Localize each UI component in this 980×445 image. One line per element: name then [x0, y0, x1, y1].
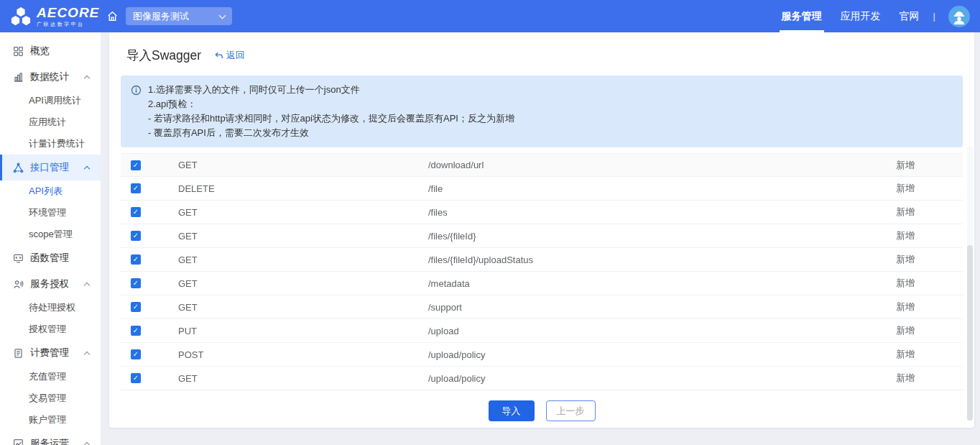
sidebar: 概览数据统计API调用统计应用统计计量计费统计接口管理API列表环境管理scop…: [0, 32, 101, 445]
row-checkbox[interactable]: ✓: [131, 373, 141, 383]
row-checkbox[interactable]: ✓: [131, 207, 141, 217]
sidebar-subitem-pending-authorization[interactable]: 待处理授权: [0, 297, 101, 318]
sidebar-subitem-label: 应用统计: [29, 116, 66, 129]
nav-item-app-development[interactable]: 应用开发: [831, 0, 890, 32]
page-title: 导入Swagger: [126, 47, 201, 64]
nav-divider: |: [933, 11, 935, 22]
row-path: /files: [428, 207, 848, 218]
back-label: 返回: [226, 49, 245, 62]
row-path: /files/{fileId}: [428, 231, 848, 242]
row-checkbox[interactable]: ✓: [131, 302, 141, 312]
home-icon[interactable]: [106, 10, 119, 22]
stats-icon: [13, 72, 24, 83]
workspace-dropdown[interactable]: 图像服务测试: [126, 7, 232, 25]
row-checkbox-cell: ✓: [121, 302, 178, 312]
row-checkbox[interactable]: ✓: [131, 254, 141, 265]
sidebar-subitem-label: API列表: [29, 185, 63, 198]
row-checkbox[interactable]: ✓: [131, 278, 141, 288]
row-path: /files/{fileId}/uploadStatus: [428, 254, 848, 265]
previous-step-button[interactable]: 上一步: [546, 400, 596, 421]
sidebar-item-service-operations[interactable]: 服务运营: [0, 431, 101, 445]
row-checkbox[interactable]: ✓: [131, 231, 141, 241]
sidebar-item-billing-management[interactable]: 计费管理: [0, 340, 101, 366]
row-status: 新增: [848, 182, 963, 195]
row-status: 新增: [848, 372, 963, 385]
sidebar-subitem-api-list[interactable]: API列表: [0, 180, 101, 202]
sidebar-item-data-statistics[interactable]: 数据统计: [0, 64, 101, 90]
row-method: GET: [178, 302, 428, 313]
sidebar-subitem-authorization-management[interactable]: 授权管理: [0, 318, 101, 340]
avatar[interactable]: [948, 6, 970, 27]
sidebar-item-service-authorization[interactable]: 服务授权: [0, 271, 101, 297]
logo-title: AECORE: [37, 6, 99, 19]
row-checkbox[interactable]: ✓: [131, 349, 141, 359]
row-checkbox-cell: ✓: [121, 183, 178, 193]
logo-subtitle: 广联达数字中台: [37, 22, 99, 27]
api-icon: [13, 162, 24, 173]
sidebar-subitem-recharge-management[interactable]: 充值管理: [0, 366, 101, 387]
sidebar-subitem-metering-billing-statistics[interactable]: 计量计费统计: [0, 133, 101, 155]
row-method: GET: [178, 254, 428, 265]
table-row: ✓POST/upload/policy新增: [121, 343, 963, 367]
table-row: ✓PUT/upload新增: [121, 319, 963, 343]
import-button[interactable]: 导入: [489, 400, 535, 421]
sidebar-item-label: 函数管理: [30, 252, 69, 265]
row-checkbox-cell: ✓: [121, 373, 178, 383]
sidebar-subitem-account-management[interactable]: 账户管理: [0, 409, 101, 431]
sidebar-item-label: 服务授权: [30, 277, 69, 290]
row-path: /upload: [428, 326, 848, 336]
nav-item-service-management[interactable]: 服务管理: [772, 0, 831, 32]
row-status: 新增: [848, 277, 963, 290]
sidebar-subitem-label: 环境管理: [29, 206, 66, 219]
sidebar-subitem-api-call-statistics[interactable]: API调用统计: [0, 90, 101, 111]
back-link[interactable]: 返回: [214, 49, 245, 62]
row-checkbox-cell: ✓: [121, 207, 178, 217]
api-table: ✓GET/download/url新增✓DELETE/file新增✓GET/fi…: [121, 153, 963, 390]
sidebar-subitem-environment-management[interactable]: 环境管理: [0, 202, 101, 224]
auth-icon: [13, 279, 24, 290]
table-row: ✓GET/files/{fileId}新增: [121, 224, 963, 248]
row-checkbox-cell: ✓: [121, 160, 178, 170]
nav-item-official-site[interactable]: 官网: [890, 0, 929, 32]
logo: AECORE 广联达数字中台: [0, 6, 101, 27]
row-path: /upload/policy: [428, 349, 848, 360]
sidebar-item-function-management[interactable]: 函数管理: [0, 245, 101, 271]
chevron-up-icon: [84, 282, 90, 288]
sidebar-item-label: 数据统计: [30, 70, 69, 83]
sidebar-subitem-label: 账户管理: [29, 413, 66, 426]
function-icon: [13, 253, 24, 264]
row-checkbox[interactable]: ✓: [131, 160, 141, 170]
row-path: /download/url: [428, 160, 848, 170]
sidebar-item-interface-management[interactable]: 接口管理: [0, 155, 101, 180]
chevron-down-icon: [219, 12, 226, 19]
row-status: 新增: [848, 348, 963, 361]
chevron-up-icon: [84, 75, 90, 81]
back-icon: [214, 51, 223, 60]
scrollbar-thumb[interactable]: [967, 245, 973, 421]
sidebar-subitem-label: 授权管理: [29, 323, 66, 336]
table-scrollbar[interactable]: [967, 146, 973, 421]
row-path: /upload/policy: [428, 373, 848, 384]
row-checkbox[interactable]: ✓: [131, 326, 141, 336]
topbar: AECORE 广联达数字中台 图像服务测试 服务管理应用开发官网 |: [0, 0, 980, 32]
sidebar-item-label: 计费管理: [30, 347, 69, 359]
row-method: POST: [178, 349, 428, 360]
sidebar-subitem-app-statistics[interactable]: 应用统计: [0, 111, 101, 133]
sidebar-subitem-label: API调用统计: [29, 94, 81, 107]
row-status: 新增: [848, 206, 963, 219]
sidebar-subitem-transaction-management[interactable]: 交易管理: [0, 387, 101, 409]
table-row: ✓GET/metadata新增: [121, 272, 963, 295]
sidebar-item-overview[interactable]: 概览: [0, 38, 101, 64]
logo-icon: [10, 6, 32, 27]
sidebar-subitem-label: 计量计费统计: [29, 137, 85, 150]
row-path: /metadata: [428, 278, 848, 289]
row-status: 新增: [848, 301, 963, 313]
row-checkbox[interactable]: ✓: [131, 183, 141, 193]
sidebar-subitem-label: 交易管理: [29, 392, 66, 405]
sidebar-subitem-scope-management[interactable]: scope管理: [0, 224, 101, 245]
row-method: GET: [178, 278, 428, 289]
table-row: ✓GET/download/url新增: [121, 153, 963, 177]
table-row: ✓DELETE/file新增: [121, 177, 963, 201]
info-icon: [131, 85, 142, 140]
button-row: 导入 上一步: [109, 400, 974, 421]
